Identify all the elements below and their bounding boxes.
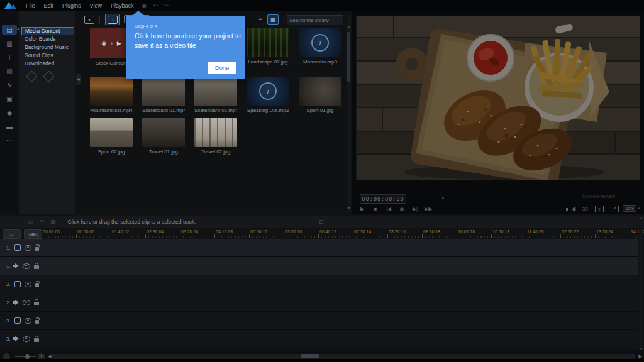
toggle-visibility-eye-icon[interactable] <box>23 336 31 342</box>
rail-overlay-room[interactable]: ▣ <box>2 94 17 104</box>
track-3-audio[interactable]: 3. <box>0 330 638 348</box>
media-item[interactable]: Travel 02.jpg <box>194 118 237 155</box>
rail-subtitle-room[interactable]: ▬ <box>2 122 17 131</box>
filter-media-tab[interactable]: ♪ <box>105 14 120 25</box>
timeline-vscrollbar[interactable]: ▲ ▼ <box>639 216 643 353</box>
rail-templates-room[interactable]: ▦ <box>2 39 17 48</box>
track-1-video[interactable]: 1. <box>0 239 638 257</box>
undock-preview-icon[interactable]: ↗ <box>611 206 619 212</box>
3d-display-icon[interactable]: 3D <box>582 207 588 211</box>
previous-frame-button[interactable]: |◀ <box>385 206 392 212</box>
preview-quality-icon[interactable]: ≡ <box>595 206 604 212</box>
explorer-item-background-music[interactable]: Background Music <box>21 44 74 51</box>
lock-track-icon[interactable] <box>35 247 39 251</box>
audio-track-icon <box>15 336 19 341</box>
toggle-visibility-eye-icon[interactable] <box>23 300 31 305</box>
timecode-display[interactable]: 00:00:00:00 <box>360 194 406 204</box>
rail-transition-room[interactable]: ▧ <box>2 67 17 76</box>
lock-track-icon[interactable] <box>35 320 39 324</box>
chevron-down-icon: ˅ <box>638 206 640 211</box>
media-item[interactable]: Travel 01.jpg <box>142 118 185 155</box>
rail-particle-room[interactable]: ◆ <box>2 108 17 118</box>
powerdirector-window: FileEditPluginsViewPlayback ▣ ↶ ↷ Produc… <box>0 0 644 362</box>
save-icon[interactable]: ▣ <box>141 3 147 9</box>
lock-track-icon[interactable] <box>34 265 39 269</box>
media-item[interactable]: Sport 01.jpg <box>299 77 341 113</box>
zoom-slider-handle[interactable] <box>25 354 30 359</box>
media-item-label: Travel 01.jpg <box>142 149 185 155</box>
grid-view-button[interactable]: ▦ <box>267 14 279 25</box>
toggle-visibility-eye-icon[interactable] <box>25 318 31 324</box>
scroll-up-icon[interactable]: ▲ <box>639 216 643 221</box>
volume-icon[interactable] <box>572 207 575 212</box>
redo-icon[interactable]: ↷ <box>164 3 169 9</box>
timeline-tracks: 1.1.2.2.3.3. <box>0 239 638 349</box>
media-item[interactable]: Mountainbiker.mp4 <box>90 77 133 113</box>
ruler-timestamp: 00:50:00 <box>77 229 94 234</box>
track-2-audio[interactable]: 2. <box>0 293 638 312</box>
media-thumbnail <box>247 28 289 57</box>
lock-track-icon[interactable] <box>34 338 39 342</box>
scroll-right-icon[interactable]: ▶ <box>639 354 642 359</box>
done-button[interactable]: Done <box>208 62 236 74</box>
track-2-video[interactable]: 2. <box>0 275 638 293</box>
media-item-label: Mahoroba.mp3 <box>299 59 341 65</box>
scroll-up-icon[interactable]: ▲ <box>347 25 351 30</box>
track-1-audio[interactable]: 1. <box>0 257 638 275</box>
media-item[interactable]: Sport 02.jpg <box>90 118 133 155</box>
range-select-icon[interactable]: ⊡ <box>319 219 324 225</box>
preview-video[interactable] <box>356 16 640 180</box>
menu-view[interactable]: View <box>86 3 106 9</box>
explorer-item-color-boards[interactable]: Color Boards <box>21 36 74 43</box>
track-select-icon[interactable]: ▭ <box>28 219 33 225</box>
menu-playback[interactable]: Playback <box>106 3 138 9</box>
menu-plugins[interactable]: Plugins <box>58 3 86 9</box>
track-3-video[interactable]: 3. <box>0 312 638 330</box>
media-item[interactable]: Skateboard 01.mp4 <box>142 77 185 113</box>
app-logo-icon <box>3 1 19 9</box>
list-view-button[interactable]: ≡ <box>255 14 265 23</box>
rail-more-rooms[interactable]: ⋯ <box>2 136 17 145</box>
add-track-icon[interactable]: ▦ <box>50 219 56 225</box>
hscrollbar-thumb[interactable] <box>301 354 319 358</box>
lock-track-icon[interactable] <box>34 302 39 305</box>
toggle-visibility-eye-icon[interactable] <box>25 245 31 251</box>
next-frame-button[interactable]: ▶| <box>411 206 419 212</box>
scroll-left-icon[interactable]: ◀ <box>48 354 51 359</box>
panel-collapse-arrow-icon[interactable]: ◀ <box>76 74 80 85</box>
scrollbar-thumb[interactable] <box>347 32 350 82</box>
insert-clip-icon[interactable]: ↷ <box>40 219 45 225</box>
rail-title-room[interactable]: T <box>2 53 17 62</box>
scroll-down-icon[interactable]: ▼ <box>347 206 351 211</box>
toggle-visibility-eye-icon[interactable] <box>23 263 31 269</box>
media-item[interactable]: Landscape 02.jpg <box>247 28 289 65</box>
snapshot-button[interactable]: ◉ <box>398 206 406 212</box>
toggle-visibility-eye-icon[interactable] <box>25 282 31 287</box>
play-button[interactable]: ▶ <box>358 206 366 212</box>
stop-button[interactable]: ■ <box>372 206 379 212</box>
ruler-timestamp: 06:40:12 <box>319 229 336 234</box>
explorer-item-downloaded[interactable]: Downloaded <box>21 60 74 67</box>
timecode-dropdown[interactable]: ▾ <box>410 194 444 202</box>
timeline-hscrollbar[interactable] <box>52 354 635 359</box>
menu-edit[interactable]: Edit <box>40 3 58 9</box>
aspect-ratio-selector[interactable]: 16:9 ˅ <box>623 205 640 212</box>
media-item[interactable]: ♪Speaking Out.mp3 <box>247 77 289 113</box>
explorer-item-sound-clips[interactable]: Sound Clips <box>21 52 74 59</box>
rail-effect-room[interactable]: fx <box>2 80 17 90</box>
menu-file[interactable]: File <box>21 3 40 9</box>
library-scrollbar[interactable]: ▲ ▼ <box>347 14 351 212</box>
import-media-icon[interactable]: ▼ <box>84 16 94 24</box>
timeline-ruler[interactable]: 00:00:0000:50:0001:40:0202:30:0403:20:06… <box>0 228 644 239</box>
media-item-label: Speaking Out.mp3 <box>247 107 289 113</box>
tag-icon[interactable] <box>43 70 54 82</box>
fast-forward-button[interactable]: ▶▶ <box>425 206 432 212</box>
explorer-item-media-content[interactable]: Media Content <box>21 27 74 35</box>
lock-track-icon[interactable] <box>35 283 39 287</box>
tag-add-icon[interactable] <box>26 70 37 82</box>
media-item[interactable]: Skateboard 02.mp4 <box>194 77 237 113</box>
rail-media-room[interactable]: ▤ <box>2 25 17 35</box>
media-item[interactable]: ♪Mahoroba.mp3 <box>299 28 341 65</box>
undo-icon[interactable]: ↶ <box>153 3 158 9</box>
playhead-line[interactable] <box>42 229 42 349</box>
